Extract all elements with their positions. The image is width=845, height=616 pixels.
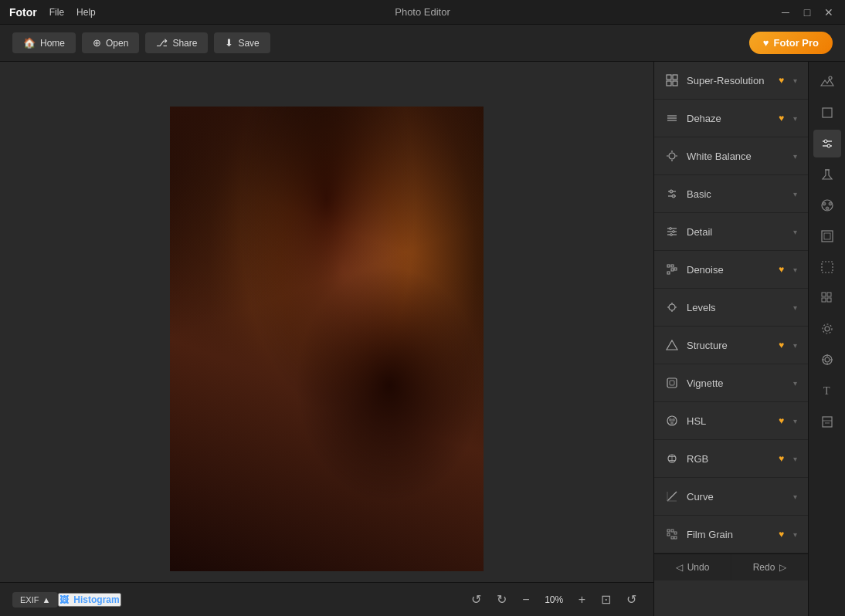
undo-history-button[interactable]: ↺ [467,591,486,608]
clipboard-icon[interactable] [813,408,841,435]
svg-rect-26 [671,269,674,271]
zoom-controls: ↺ ↻ − 10% + ⊡ ↺ [467,591,641,608]
svg-rect-46 [671,530,674,532]
svg-rect-24 [674,268,677,270]
undo-arrow-icon: ◁ [676,562,683,573]
crop-icon[interactable] [813,99,841,127]
film-grain-icon [665,527,679,541]
panel-item-basic[interactable]: Basic▾ [654,175,808,213]
expand-arrow-icon: ▾ [793,303,797,312]
basic-icon [665,187,679,201]
redo-arrow-icon: ▷ [779,562,786,573]
svg-rect-64 [822,262,833,272]
expand-arrow-icon: ▾ [793,114,797,123]
main-area: EXIF ▲ 🖼 Histogram ↺ ↻ − 10% + ⊡ ↺ Super… [0,62,845,616]
menu-help[interactable]: Help [76,7,96,18]
exif-button[interactable]: EXIF ▲ [12,592,58,608]
panel-item-vignette[interactable]: Vignette▾ [654,364,808,402]
panel-label-levels: Levels [687,302,784,313]
panel-item-levels[interactable]: Levels▾ [654,289,808,327]
titlebar: Fotor File Help Photo Editor ─ □ ✕ [0,0,845,25]
pro-badge: ♥ [779,453,784,464]
svg-rect-22 [667,265,670,267]
grid-dots-icon[interactable] [813,284,841,312]
redo-button[interactable]: Redo ▷ [731,554,808,580]
pro-badge: ♥ [779,529,784,540]
text-icon[interactable]: T [813,377,841,404]
svg-point-36 [669,418,672,421]
svg-rect-63 [824,233,830,239]
expand-arrow-icon: ▾ [793,455,797,463]
svg-rect-65 [822,293,826,296]
redo-history-button[interactable]: ↻ [492,591,511,608]
zoom-in-button[interactable]: + [574,591,590,608]
texture-icon[interactable] [813,253,841,281]
adjust-icon[interactable] [813,130,841,157]
svg-rect-62 [822,231,833,242]
panel-item-white-balance[interactable]: White Balance▾ [654,137,808,175]
heart-icon: ♥ [763,37,769,49]
pro-badge: ♥ [779,113,784,124]
panel-label-denoise: Denoise [687,264,771,276]
svg-rect-78 [823,417,832,427]
denoise-icon [665,262,679,276]
panel-item-denoise[interactable]: Denoise♥▾ [654,251,808,289]
svg-point-15 [672,195,675,198]
reset-view-button[interactable]: ↺ [622,591,641,608]
svg-rect-50 [674,536,677,539]
toolbar: 🏠 Home ⊕ Open ⎇ Share ⬇ Save ♥ Fotor Pro [0,25,845,62]
detail-icon [665,225,679,239]
expand-arrow-icon: ▾ [793,76,797,85]
share-button[interactable]: ⎇ Share [145,32,208,53]
svg-rect-49 [671,536,674,539]
circle-nodes-icon[interactable] [813,191,841,219]
flask-icon[interactable] [813,161,841,188]
svg-point-19 [670,228,672,230]
panel-label-detail: Detail [687,226,784,238]
panel-item-structure[interactable]: Structure♥▾ [654,327,808,364]
svg-point-61 [826,207,829,210]
zoom-out-button[interactable]: − [518,591,534,608]
canvas-wrapper: EXIF ▲ 🖼 Histogram ↺ ↻ − 10% + ⊡ ↺ [0,62,653,616]
panel-item-film-grain[interactable]: Film Grain♥▾ [654,516,808,553]
open-button[interactable]: ⊕ Open [82,32,139,53]
share-icon: ⎇ [156,37,168,49]
panel-label-film-grain: Film Grain [687,529,771,540]
histogram-button[interactable]: 🖼 Histogram [58,593,120,607]
panel-item-dehaze[interactable]: Dehaze♥▾ [654,100,808,137]
fit-view-button[interactable]: ⊡ [596,591,616,608]
fotor-pro-button[interactable]: ♥ Fotor Pro [749,32,833,54]
panel-item-super-resolution[interactable]: Super-Resolution♥▾ [654,62,808,100]
super-resolution-icon [665,73,679,87]
save-button[interactable]: ⬇ Save [214,32,270,53]
maximize-button[interactable]: □ [800,6,814,19]
close-button[interactable]: ✕ [822,6,836,19]
target-circle-icon[interactable] [813,346,841,374]
home-icon: 🏠 [23,37,36,49]
landscape-icon[interactable] [813,68,841,96]
panel-item-detail[interactable]: Detail▾ [654,213,808,251]
panel-item-curve[interactable]: Curve▾ [654,478,808,516]
panel-item-rgb[interactable]: RGB♥▾ [654,440,808,478]
home-button[interactable]: 🏠 Home [12,32,76,53]
svg-rect-68 [827,298,831,302]
photo-image [170,107,484,571]
svg-rect-47 [674,532,677,534]
photo-container [170,107,484,571]
frame-rect-icon[interactable] [813,222,841,250]
panel-label-vignette: Vignette [687,377,784,389]
levels-icon [665,300,679,314]
svg-rect-3 [673,81,677,86]
undo-button[interactable]: ◁ Undo [654,554,731,580]
settings-gear-icon[interactable] [813,315,841,343]
svg-point-51 [829,76,832,80]
svg-rect-66 [827,293,831,296]
bottom-bar: EXIF ▲ 🖼 Histogram ↺ ↻ − 10% + ⊡ ↺ [0,582,653,616]
svg-rect-33 [667,378,677,388]
icon-bar: T [808,62,845,616]
panel-label-rgb: RGB [687,453,771,465]
minimize-button[interactable]: ─ [779,6,792,19]
svg-point-70 [823,324,832,333]
panel-item-hsl[interactable]: HSL♥▾ [654,402,808,440]
menu-file[interactable]: File [49,7,64,18]
